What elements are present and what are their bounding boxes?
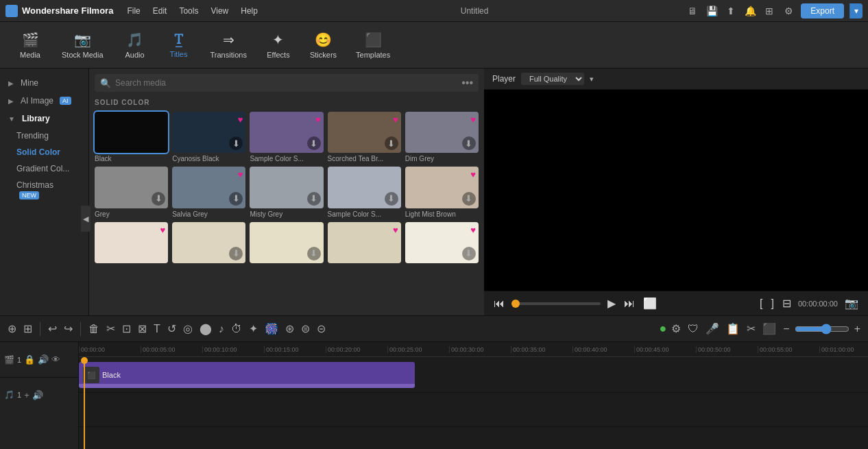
toolbar-audio[interactable]: 🎵 Audio (116, 29, 154, 62)
tl-transform-button[interactable]: ↺ (165, 320, 178, 337)
split-view-icon[interactable]: ⊟ (781, 295, 793, 311)
toolbar-transitions[interactable]: ⇒ Transitions (204, 29, 254, 62)
toolbar-stickers[interactable]: 😊 Stickers (303, 29, 343, 62)
tl-extra-4[interactable]: 📋 (724, 320, 742, 337)
menu-view[interactable]: View (205, 5, 234, 17)
tl-add-media-button[interactable]: ⊕ (5, 320, 19, 337)
tl-audio-button[interactable]: ♪ (217, 321, 226, 337)
menu-tools[interactable]: Tools (173, 5, 204, 17)
playhead-bar[interactable] (511, 302, 601, 305)
tl-color-button[interactable]: ⬤ (197, 320, 214, 337)
ruler-mark-4: 00:00:20:00 (326, 346, 387, 353)
audio-track-icon: 🎵 (4, 390, 14, 400)
bracket-right-icon[interactable]: ] (769, 296, 775, 311)
tl-redo-button[interactable]: ↪ (62, 320, 75, 337)
sidebar-solid-color-label: Solid Color (16, 147, 60, 157)
color-item-row3-4[interactable]: ♥ (328, 222, 401, 263)
color-item-cyanosis-black[interactable]: ♥⬇Cyanosis Black (172, 112, 245, 162)
track-volume-icon[interactable]: 🔊 (38, 354, 49, 365)
transitions-icon: ⇒ (223, 32, 234, 48)
tl-crop-button[interactable]: ⊡ (120, 320, 133, 337)
color-item-misty-grey[interactable]: ⬇Misty Grey (250, 167, 323, 217)
tl-extra-6[interactable]: ⬛ (760, 320, 778, 337)
color-item-black[interactable]: Black (95, 112, 168, 162)
tl-extra-3[interactable]: 🎤 (703, 320, 721, 337)
tl-extra-2[interactable]: 🛡 (686, 321, 701, 337)
tl-speed-button[interactable]: ⏱ (229, 321, 244, 337)
color-item-dim-grey[interactable]: ♥⬇Dim Grey (405, 112, 479, 162)
upload-icon[interactable]: ⬆ (724, 4, 738, 18)
sidebar-item-solid-color[interactable]: Solid Color (0, 144, 88, 160)
toolbar-stock-media[interactable]: 📷 Stock Media (55, 29, 110, 62)
heart-icon-row3-5: ♥ (470, 225, 476, 235)
color-item-row3-5[interactable]: ♥⬇ (405, 222, 479, 263)
tl-undo-button[interactable]: ↩ (46, 320, 59, 337)
bell-icon[interactable]: 🔔 (743, 4, 757, 18)
tl-snap-button[interactable]: ⊞ (21, 320, 34, 337)
sidebar-item-mine[interactable]: ▶ Mine (0, 74, 88, 92)
tl-extra-5[interactable]: ✂ (745, 320, 758, 337)
sidebar-item-library[interactable]: ▼ Library (0, 110, 88, 128)
zoom-out-button[interactable]: − (781, 321, 791, 337)
fullscreen-button[interactable]: ⬜ (642, 295, 658, 311)
toolbar-titles[interactable]: T̲ Titles (160, 29, 198, 61)
zoom-slider[interactable] (795, 324, 849, 335)
rewind-button[interactable]: ⏮ (492, 296, 506, 311)
audio-track-add-icon[interactable]: + (24, 390, 29, 400)
bracket-left-icon[interactable]: [ (758, 296, 764, 311)
tl-delete-button[interactable]: 🗑 (86, 321, 101, 337)
tl-extra-1[interactable]: ⚙ (669, 320, 683, 337)
tl-ai-button[interactable]: ✦ (247, 320, 260, 337)
track-eye-icon[interactable]: 👁 (51, 354, 60, 365)
tl-stabilize-button[interactable]: ⊜ (299, 320, 312, 337)
tl-split-button[interactable]: ⊠ (136, 320, 149, 337)
color-item-grey[interactable]: ⬇Grey (95, 167, 168, 217)
grid-icon[interactable]: ⊞ (762, 4, 776, 18)
color-name-misty-grey: Misty Grey (250, 210, 323, 218)
tl-mask-button[interactable]: ◎ (181, 320, 195, 337)
color-item-row3-2[interactable]: ⬇ (172, 222, 245, 263)
tl-effects-button[interactable]: 🎆 (263, 320, 280, 337)
toolbar-effects[interactable]: ✦ Effects (259, 29, 298, 62)
ruler-mark-10: 00:00:50:00 (696, 346, 758, 353)
monitor-icon[interactable]: 🖥 (686, 4, 699, 18)
zoom-in-button[interactable]: + (852, 321, 863, 337)
tl-transitions-button[interactable]: ⊛ (283, 320, 296, 337)
export-button[interactable]: Export (801, 3, 844, 19)
toolbar-media[interactable]: 🎬 Media (11, 29, 49, 62)
screenshot-icon[interactable]: 📷 (843, 295, 860, 311)
sidebar-item-trending[interactable]: Trending (0, 128, 88, 144)
quality-select[interactable]: Full Quality (521, 73, 584, 85)
player-panel: Player Full Quality ▾ ⏮ ▶ ⏭ ⬜ [ ] ⊟ 00:0… (484, 69, 868, 315)
menu-edit[interactable]: Edit (147, 5, 173, 17)
export-arrow-button[interactable]: ▾ (849, 3, 863, 19)
color-item-sample-color-s1[interactable]: ♥⬇Sample Color S... (250, 112, 323, 162)
color-item-row3-1[interactable]: ♥ (95, 222, 168, 263)
menu-help[interactable]: Help (235, 5, 263, 17)
forward-button[interactable]: ⏭ (623, 296, 636, 311)
color-item-sample-color-s2[interactable]: ⬇Sample Color S... (328, 167, 401, 217)
tl-link-button[interactable]: ⊝ (315, 320, 328, 337)
track-lock-icon[interactable]: 🔒 (24, 354, 35, 365)
color-item-light-mist-brown[interactable]: ♥⬇Light Mist Brown (405, 167, 479, 217)
save-icon[interactable]: 💾 (705, 4, 719, 18)
tl-cut-button[interactable]: ✂ (104, 320, 117, 337)
color-item-salvia-grey[interactable]: ♥⬇Salvia Grey (172, 167, 245, 217)
video-clip[interactable]: ⬛ Black (79, 362, 415, 388)
sidebar-item-ai-image[interactable]: ▶ AI Image AI (0, 92, 88, 110)
sidebar-item-gradient-col[interactable]: Gradient Col... (0, 160, 88, 177)
color-item-scorched-tea-br[interactable]: ♥⬇Scorched Tea Br... (328, 112, 401, 162)
color-item-row3-3[interactable]: ⬇ (250, 222, 323, 263)
audio-track-volume-icon[interactable]: 🔊 (32, 390, 43, 400)
more-options-icon[interactable]: ••• (461, 77, 473, 89)
sidebar-collapse-btn[interactable]: ◀ (81, 206, 89, 232)
menu-file[interactable]: File (121, 5, 145, 17)
timeline-scrollable[interactable]: 00:00:0000:00:05:0000:00:10:0000:00:15:0… (79, 342, 868, 449)
search-input[interactable] (115, 78, 457, 88)
audio-track-number: 1 (17, 391, 21, 399)
play-button[interactable]: ▶ (606, 295, 617, 311)
sidebar-item-christmas[interactable]: Christmas NEW (0, 177, 88, 203)
toolbar-templates[interactable]: ⬛ Templates (349, 29, 397, 62)
tl-text-button[interactable]: T (152, 321, 162, 337)
settings-icon[interactable]: ⚙ (782, 4, 795, 18)
